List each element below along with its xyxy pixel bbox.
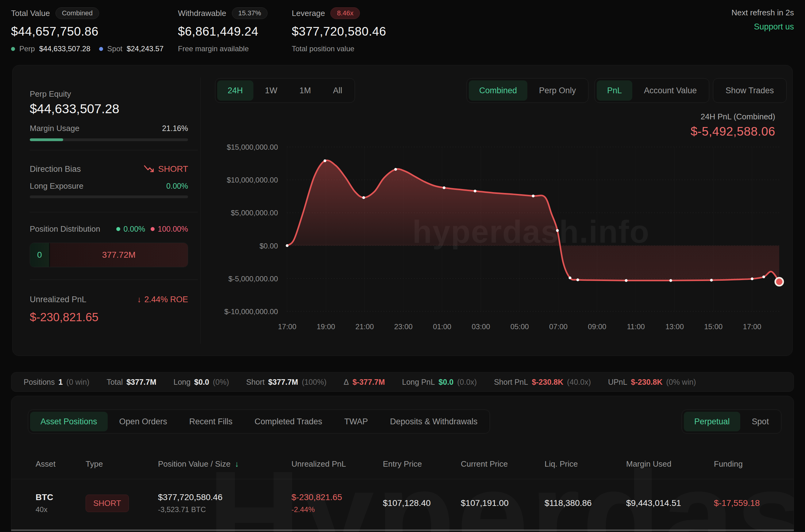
col-position-value-size[interactable]: Position Value / Size ↓ xyxy=(158,459,291,469)
tab-deposits-withdrawals[interactable]: Deposits & Withdrawals xyxy=(380,412,488,431)
svg-text:05:00: 05:00 xyxy=(511,322,529,331)
refresh-status: Next refresh in 2s xyxy=(731,8,794,18)
summary-positions: Positions 1 (0 win) xyxy=(24,378,89,386)
row-leverage: 40x xyxy=(36,505,85,514)
spot-label: Spot xyxy=(108,44,122,53)
market-toggle-group: Perpetual Spot xyxy=(682,410,781,434)
margin-usage-label: Margin Usage xyxy=(30,124,79,133)
summary-short: Short $377.7M (100%) xyxy=(246,378,327,386)
distribution-long-segment: 0 xyxy=(30,243,49,267)
unrealized-pnl-label: Unrealized PnL xyxy=(30,295,87,304)
panel-divider xyxy=(30,280,198,280)
col-funding: Funding xyxy=(714,459,794,469)
svg-text:09:00: 09:00 xyxy=(588,322,606,331)
col-asset: Asset xyxy=(36,459,85,469)
summary-delta: Δ $-377.7M xyxy=(344,378,385,386)
spot-value: $24,243.57 xyxy=(127,44,164,53)
direction-bias-label: Direction Bias xyxy=(30,165,81,174)
margin-usage-fill xyxy=(30,138,63,141)
roe-value: 2.44% ROE xyxy=(144,295,188,304)
portfolio-chart-card: Perp Equity $44,633,507.28 Margin Usage … xyxy=(12,65,793,356)
leverage-amount: $377,720,580.46 xyxy=(292,24,386,38)
unrealized-pnl-value: $-230,821.65 xyxy=(30,311,98,324)
perp-equity-label: Perp Equity xyxy=(30,89,71,99)
range-tab-1w[interactable]: 1W xyxy=(255,80,288,101)
scope-tab-group: Combined Perp Only xyxy=(467,78,589,103)
svg-text:$10,000,000.00: $10,000,000.00 xyxy=(227,176,278,184)
long-exposure-value: 0.00% xyxy=(166,182,188,191)
row-asset: BTC xyxy=(36,492,85,502)
col-current-price: Current Price xyxy=(461,459,544,469)
col-margin-used: Margin Used xyxy=(626,459,714,469)
long-pct-label: 0.00% xyxy=(123,225,145,233)
market-tab-spot[interactable]: Spot xyxy=(742,412,780,431)
tab-asset-positions[interactable]: Asset Positions xyxy=(30,412,108,431)
leverage-label: Leverage xyxy=(292,8,325,18)
summary-long-pnl: Long PnL $0.0 (0.0x) xyxy=(402,378,477,386)
svg-text:$-5,000,000.00: $-5,000,000.00 xyxy=(229,274,278,283)
positions-summary-bar: Positions 1 (0 win) Total $377.7M Long $… xyxy=(11,372,794,392)
row-unrealized-pnl: $-230,821.65 xyxy=(291,492,383,502)
scope-tab-combined[interactable]: Combined xyxy=(469,80,528,101)
positions-tab-group: Asset Positions Open Orders Recent Fills… xyxy=(28,410,490,434)
panel-divider xyxy=(30,212,198,212)
scope-tab-perp-only[interactable]: Perp Only xyxy=(529,80,586,101)
mode-tab-pnl[interactable]: PnL xyxy=(597,80,632,101)
margin-usage-value: 21.16% xyxy=(162,124,188,133)
chart-pnl-label: 24H PnL (Combined) xyxy=(691,112,775,121)
leverage-stat: Leverage 8.46x $377,720,580.46 Total pos… xyxy=(292,7,386,53)
svg-text:11:00: 11:00 xyxy=(627,322,645,331)
col-unrealized-pnl: Unrealized PnL xyxy=(291,459,383,469)
range-tab-group: 24H 1W 1M All xyxy=(215,78,355,103)
svg-text:$5,000,000.00: $5,000,000.00 xyxy=(231,209,278,217)
svg-text:$15,000,000.00: $15,000,000.00 xyxy=(227,143,278,151)
leverage-badge: 8.46x xyxy=(330,7,360,19)
distribution-short-segment: 377.72M xyxy=(50,243,188,267)
row-liq-price: $118,380.86 xyxy=(544,498,626,508)
perp-value: $44,633,507.28 xyxy=(39,44,91,53)
range-tab-1m[interactable]: 1M xyxy=(289,80,322,101)
sort-down-icon: ↓ xyxy=(235,459,239,469)
row-margin-used: $9,443,014.51 xyxy=(626,498,714,508)
short-pct-dot-icon xyxy=(151,227,155,231)
market-tab-perpetual[interactable]: Perpetual xyxy=(684,412,740,431)
perp-label: Perp xyxy=(19,44,35,53)
summary-short-pnl: Short PnL $-230.8K (40.0x) xyxy=(494,378,591,386)
svg-text:17:00: 17:00 xyxy=(743,322,762,331)
withdrawable-label: Withdrawable xyxy=(178,8,226,18)
summary-long: Long $0.0 (0%) xyxy=(173,378,229,386)
summary-total: Total $377.7M xyxy=(107,378,156,386)
direction-bias-value: SHORT xyxy=(158,164,188,174)
tab-open-orders[interactable]: Open Orders xyxy=(109,412,178,431)
mode-tab-account-value[interactable]: Account Value xyxy=(633,80,707,101)
tab-twap[interactable]: TWAP xyxy=(334,412,378,431)
col-entry-price: Entry Price xyxy=(383,459,461,469)
tab-completed-trades[interactable]: Completed Trades xyxy=(244,412,333,431)
pnl-chart[interactable]: 17:0019:0021:0023:0001:0003:0005:0007:00… xyxy=(215,138,786,341)
withdrawable-pct-badge: 15.37% xyxy=(232,7,268,19)
leverage-sub: Total position value xyxy=(292,44,354,53)
row-unrealized-pnl-pct: -2.44% xyxy=(291,505,383,514)
chart-pnl-summary: 24H PnL (Combined) $-5,492,588.06 xyxy=(691,112,775,138)
combined-badge: Combined xyxy=(56,7,99,19)
roe-down-arrow-icon: ↓ xyxy=(137,295,141,304)
table-row-btc[interactable]: BTC 40x SHORT $377,720,580.46 -3,523.71 … xyxy=(11,483,794,523)
support-us-link[interactable]: Support us xyxy=(754,22,794,32)
svg-text:13:00: 13:00 xyxy=(666,322,684,331)
chart-endpoint-marker xyxy=(775,278,783,286)
range-tab-all[interactable]: All xyxy=(323,80,353,101)
distribution-short-value: 377.72M xyxy=(102,250,136,260)
svg-text:07:00: 07:00 xyxy=(549,322,568,331)
range-tab-24h[interactable]: 24H xyxy=(217,80,253,101)
tab-recent-fills[interactable]: Recent Fills xyxy=(179,412,243,431)
col-type: Type xyxy=(85,459,158,469)
horizontal-scrollbar[interactable] xyxy=(11,530,794,531)
svg-text:$0.00: $0.00 xyxy=(260,242,278,250)
row-position-value: $377,720,580.46 xyxy=(158,492,291,502)
equity-panel: Perp Equity $44,633,507.28 Margin Usage … xyxy=(30,65,200,356)
withdrawable-amount: $6,861,449.24 xyxy=(178,24,268,38)
position-distribution-bar: 0 377.72M xyxy=(30,243,188,267)
show-trades-button[interactable]: Show Trades xyxy=(713,78,787,103)
spot-dot-icon xyxy=(99,47,103,51)
withdrawable-sub: Free margin available xyxy=(178,44,249,53)
